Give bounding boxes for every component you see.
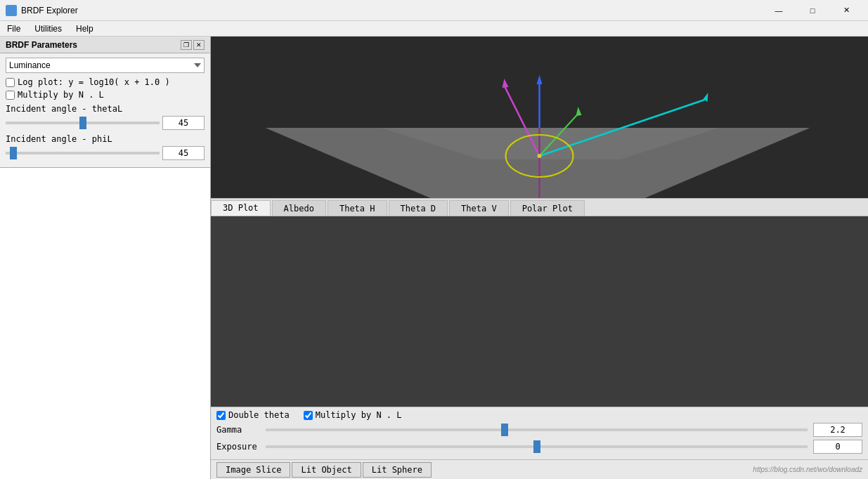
- svg-point-13: [538, 154, 542, 158]
- multiply-nl-checkbox[interactable]: [6, 91, 15, 100]
- params-restore-btn[interactable]: ❐: [181, 40, 192, 50]
- color-preview: [0, 167, 210, 479]
- luminance-select[interactable]: Luminance R G B: [6, 58, 205, 73]
- gamma-slider[interactable]: [266, 428, 808, 431]
- multiply-nl-row: Multiply by N . L: [6, 90, 205, 100]
- log-plot-label: Log plot: y = log10( x + 1.0 ): [18, 77, 170, 87]
- tabs-bar: 3D Plot Albedo Theta H Theta D Theta V P…: [211, 198, 868, 216]
- exposure-value[interactable]: [813, 440, 862, 454]
- phi-value[interactable]: [162, 146, 205, 160]
- theta-slider-row: [6, 116, 205, 130]
- log-plot-row: Log plot: y = log10( x + 1.0 ): [6, 77, 205, 87]
- bottom-checkbox-row: Double theta Multiply by N . L: [216, 410, 862, 420]
- right-panel: 3D Plot Albedo Theta H Theta D Theta V P…: [211, 37, 868, 479]
- bottom-multiply-nl-label: Multiply by N . L: [304, 410, 402, 420]
- window-controls: — □ ✕: [763, 0, 862, 21]
- params-header: BRDF Parameters ❐ ✕: [0, 37, 210, 53]
- image-bar: Image Slice Lit Object Lit Sphere https:…: [211, 459, 868, 479]
- gamma-value[interactable]: [813, 423, 862, 437]
- params-controls: Luminance R G B Log plot: y = log10( x +…: [0, 53, 210, 167]
- phi-label: Incident angle - phiL: [6, 134, 205, 144]
- theta-label: Incident angle - thetaL: [6, 104, 205, 114]
- phi-slider-row: [6, 146, 205, 160]
- params-close-btn[interactable]: ✕: [193, 40, 205, 50]
- tab-theta-d[interactable]: Theta D: [389, 200, 448, 216]
- menu-file[interactable]: File: [0, 22, 27, 35]
- tab-3d-plot[interactable]: 3D Plot: [211, 200, 271, 216]
- tab-polar-plot[interactable]: Polar Plot: [510, 200, 585, 216]
- close-button[interactable]: ✕: [830, 0, 862, 21]
- title-bar: BRDF Explorer — □ ✕: [0, 0, 868, 21]
- log-plot-checkbox[interactable]: [6, 78, 15, 87]
- lit-object-button[interactable]: Lit Object: [292, 462, 361, 478]
- exposure-slider[interactable]: [266, 445, 808, 448]
- scene-svg: [211, 37, 868, 198]
- params-title: BRDF Parameters: [6, 40, 77, 50]
- tab-theta-v[interactable]: Theta V: [449, 200, 509, 216]
- params-header-btns: ❐ ✕: [181, 40, 205, 50]
- phi-slider[interactable]: [6, 152, 160, 155]
- window-title: BRDF Explorer: [21, 6, 763, 15]
- multiply-nl-label: Multiply by N . L: [18, 90, 104, 100]
- image-slice-button[interactable]: Image Slice: [216, 462, 290, 478]
- tab-albedo[interactable]: Albedo: [272, 200, 326, 216]
- gamma-row: Gamma: [216, 423, 862, 437]
- viewport-3d: [211, 37, 868, 198]
- watermark: https://blog.csdn.net/wo/downloadz: [753, 466, 862, 473]
- menu-bar: File Utilities Help: [0, 21, 868, 37]
- double-theta-checkbox[interactable]: [216, 411, 226, 420]
- left-panel: BRDF Parameters ❐ ✕ Luminance R G B Log …: [0, 37, 211, 479]
- menu-utilities[interactable]: Utilities: [27, 22, 69, 35]
- minimize-button[interactable]: —: [763, 0, 795, 21]
- tab-theta-h[interactable]: Theta H: [328, 200, 387, 216]
- plot-area: [211, 216, 868, 407]
- double-theta-label: Double theta: [216, 410, 290, 420]
- gamma-label: Gamma: [216, 425, 266, 435]
- app-icon: [6, 5, 17, 16]
- image-btn-group: Image Slice Lit Object Lit Sphere: [216, 462, 432, 478]
- exposure-label: Exposure: [216, 442, 266, 452]
- theta-slider[interactable]: [6, 122, 160, 124]
- maximize-button[interactable]: □: [796, 0, 829, 21]
- bottom-multiply-nl-checkbox[interactable]: [304, 411, 313, 420]
- theta-value[interactable]: [162, 116, 205, 130]
- exposure-row: Exposure: [216, 440, 862, 454]
- lit-sphere-button[interactable]: Lit Sphere: [363, 462, 432, 478]
- menu-help[interactable]: Help: [69, 22, 101, 35]
- main-layout: BRDF Parameters ❐ ✕ Luminance R G B Log …: [0, 37, 868, 479]
- bottom-controls: Double theta Multiply by N . L Gamma Exp…: [211, 407, 868, 459]
